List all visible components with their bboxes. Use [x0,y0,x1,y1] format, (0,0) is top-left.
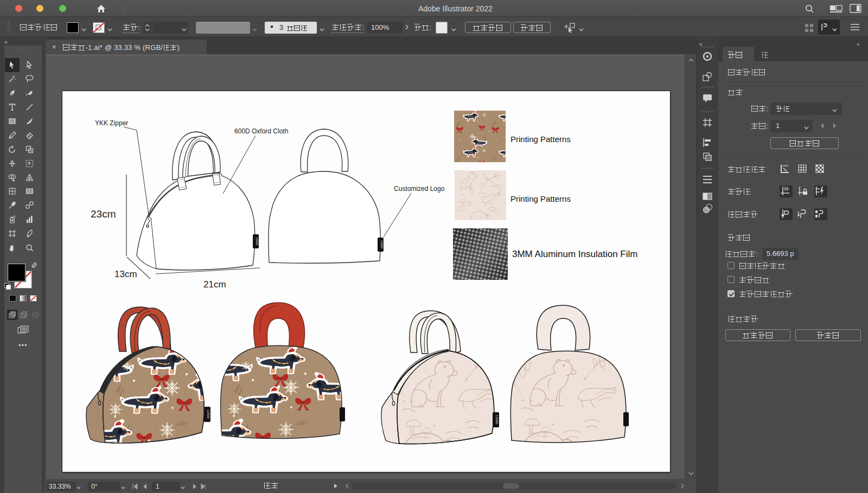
svg-text:LOGO: LOGO [256,238,259,246]
svg-text:21cm: 21cm [203,279,226,290]
svg-text:Printing Patterns: Printing Patterns [510,135,571,144]
svg-text:23cm: 23cm [91,208,116,220]
svg-text:LOGO: LOGO [207,410,210,419]
svg-text:Printing Patterns: Printing Patterns [510,194,571,203]
svg-text:LOGO: LOGO [495,415,499,425]
svg-text:LOGO: LOGO [380,241,384,249]
svg-text:3MM Aluminum Insulation Film: 3MM Aluminum Insulation Film [512,249,637,259]
svg-text:600D Oxford Cloth: 600D Oxford Cloth [234,127,288,135]
svg-text:YKK Zipper: YKK Zipper [95,119,128,127]
svg-text:13cm: 13cm [114,269,137,279]
svg-text:Customized Logo: Customized Logo [394,185,445,193]
